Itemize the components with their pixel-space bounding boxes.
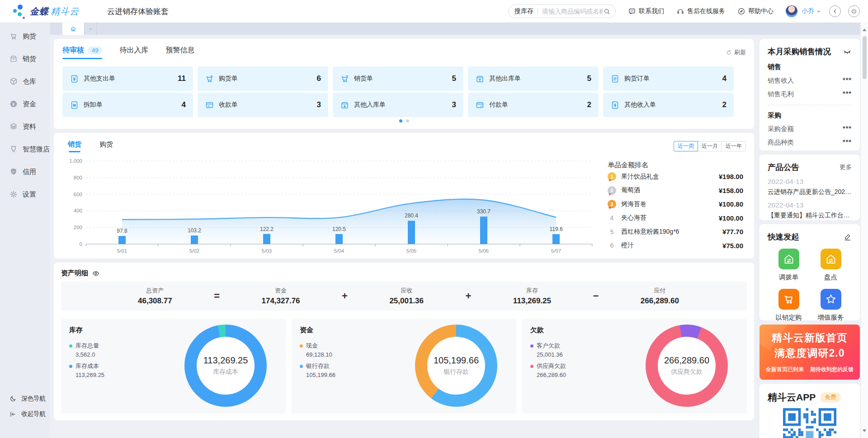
ranking-row: 1果汁饮品礼盒¥198.00 [608, 170, 743, 184]
svg-text:600: 600 [74, 192, 82, 197]
announcement-link[interactable]: 【重要通知】精斗云工作台域... [768, 212, 852, 220]
sidebar-item-purchase[interactable]: 购货 [0, 25, 50, 47]
todo-card-other-inbound-bill[interactable]: 其他入库单3 [333, 93, 463, 117]
svg-text:120.5: 120.5 [332, 226, 346, 232]
todo-card-receipt-bill[interactable]: 收款单3 [198, 93, 328, 117]
carousel-dot-1[interactable] [399, 119, 402, 122]
search-box[interactable]: 搜库存 [508, 5, 616, 18]
scroll-down-icon[interactable] [863, 429, 866, 432]
todo-card-purchase-order[interactable]: 购货订单4 [603, 66, 734, 91]
more-link[interactable]: 更多 [840, 163, 852, 171]
legend-label: 库存总量 [75, 342, 99, 350]
todo-card-label: 购货单 [219, 75, 238, 83]
layers-icon [9, 122, 18, 131]
back-icon[interactable] [829, 5, 841, 17]
sidebar-item-smart-store[interactable]: 智慧微店 [0, 138, 50, 160]
tab-pending-approval[interactable]: 待审核49 [62, 46, 102, 59]
divider [768, 105, 852, 105]
todo-card-count: 5 [587, 74, 591, 83]
svg-text:5/05: 5/05 [406, 248, 416, 254]
app-logo[interactable]: 金蝶 精斗云 [12, 4, 79, 19]
tab-warning-info[interactable]: 预警信息 [165, 46, 194, 59]
header-link-label: 帮助中心 [748, 7, 774, 15]
survey-banner[interactable]: 精斗云新版首页 满意度调研2.0 全新首页已到来 期待收到您的反馈 [760, 325, 860, 380]
header-link-after-sales-service[interactable]: 售后在线服务 [676, 7, 725, 15]
todo-card-count: 2 [587, 100, 591, 109]
rank-amount: ¥75.00 [722, 242, 743, 250]
sales-tab-sales[interactable]: 销货 [68, 140, 81, 152]
announcement-link[interactable]: 云进销存产品更新公告_20220... [768, 188, 852, 196]
monthly-row-label: 销售收入 [768, 76, 794, 85]
todo-card-other-income-bill[interactable]: 其他收入单2 [603, 93, 734, 117]
sidebar-footer-dark-nav[interactable]: 深色导航 [0, 391, 50, 406]
tab-dropdown[interactable] [84, 23, 97, 35]
svg-text:5/01: 5/01 [117, 248, 127, 254]
tab-pending-inout[interactable]: 待出入库 [119, 46, 148, 59]
todo-card-other-expense-bill[interactable]: 其他支出单11 [62, 66, 193, 91]
quick-action-value-added-service[interactable]: 增值服务 [810, 289, 852, 322]
rank-amount: ¥77.70 [722, 228, 743, 235]
todo-card-label: 付款单 [489, 101, 508, 109]
search-input[interactable] [542, 8, 603, 15]
sidebar-item-funds[interactable]: 资金 [0, 93, 50, 115]
quick-action-stocktake[interactable]: 盘点 [810, 249, 852, 282]
sales-tab-purchase[interactable]: 购货 [99, 140, 113, 152]
sidebar-item-credit[interactable]: 信用 [0, 160, 50, 183]
scroll-thumb[interactable] [863, 36, 867, 79]
sidebar-item-materials[interactable]: 资料 [0, 115, 50, 138]
sidebar-footer-collapse-nav[interactable]: 收起导航 [0, 406, 50, 422]
tab-label: 预警信息 [165, 46, 194, 55]
todo-card-sales-bill[interactable]: 销货单5 [333, 66, 463, 91]
range-filter-year[interactable]: 近一年 [722, 141, 746, 151]
card-lines-icon [475, 100, 485, 110]
quick-title: 快速发起 [768, 231, 799, 242]
todo-card-other-outbound-bill[interactable]: 其他出库单5 [468, 66, 599, 91]
scrollbar[interactable] [860, 23, 868, 438]
user-menu[interactable]: 小乔 [785, 5, 822, 18]
formula-item: 库存113,269.25 [513, 287, 551, 306]
eye-icon[interactable] [92, 269, 100, 278]
doc-hash-icon [70, 100, 79, 110]
scroll-up-icon[interactable] [863, 28, 866, 31]
svg-text:122.2: 122.2 [260, 226, 274, 232]
search-icon[interactable] [603, 8, 611, 15]
range-filter-month[interactable]: 近一月 [698, 141, 722, 151]
rank-amount: ¥100.00 [719, 214, 743, 222]
announcements-title: 产品公告 [768, 162, 799, 173]
formula-operator: = [214, 290, 220, 302]
eye-closed-icon[interactable] [843, 47, 852, 56]
quick-action-transfer-bill[interactable]: 调拨单 [768, 249, 810, 282]
donut-center: 105,199.66银行存款 [427, 337, 485, 395]
quick-action-label: 调拨单 [779, 273, 799, 282]
rank-number: 6 [608, 242, 616, 249]
search-scope-selector[interactable]: 搜库存 [514, 7, 533, 15]
refresh-button[interactable]: 刷新 [726, 48, 746, 57]
tab-label: 待审核 [62, 46, 84, 55]
formula-value: 174,327.76 [261, 297, 300, 306]
todo-card-purchase-bill[interactable]: 购货单6 [198, 66, 328, 91]
doc-yen-icon [70, 74, 79, 84]
quick-action-purchase-by-sales[interactable]: 以销定购 [768, 289, 810, 322]
svg-text:0: 0 [80, 241, 82, 247]
svg-text:330.7: 330.7 [477, 208, 491, 215]
tab-home[interactable] [62, 23, 84, 35]
power-icon[interactable] [848, 5, 860, 17]
todo-card-disassembly-bill[interactable]: 拆卸单4 [62, 93, 193, 117]
pencil-icon[interactable] [844, 233, 852, 241]
formula-value: 113,269.25 [513, 297, 551, 306]
todo-panel: 待审核49待出入库预警信息 刷新 其他支出单11购货单6销货单5其他出库单5购货… [54, 39, 754, 129]
carousel-dot-2[interactable] [406, 119, 409, 122]
todo-card-payment-bill[interactable]: 付款单2 [468, 93, 599, 117]
sidebar-item-label: 购货 [23, 32, 36, 41]
header-link-help-center[interactable]: 帮助中心 [737, 7, 774, 15]
donut-center-label: 银行存款 [443, 368, 469, 376]
header-link-contact-us[interactable]: 联系我们 [628, 7, 664, 15]
svg-text:5/04: 5/04 [334, 248, 344, 254]
sidebar-item-settings[interactable]: 设置 [0, 183, 50, 206]
sidebar-item-sales[interactable]: 销货 [0, 47, 50, 70]
range-filter-week[interactable]: 近一周 [674, 141, 698, 151]
cart-plus-icon [205, 74, 214, 84]
sidebar-item-label: 仓库 [23, 77, 36, 86]
sidebar-item-warehouse[interactable]: 仓库 [0, 70, 50, 93]
qr-code [783, 408, 836, 438]
